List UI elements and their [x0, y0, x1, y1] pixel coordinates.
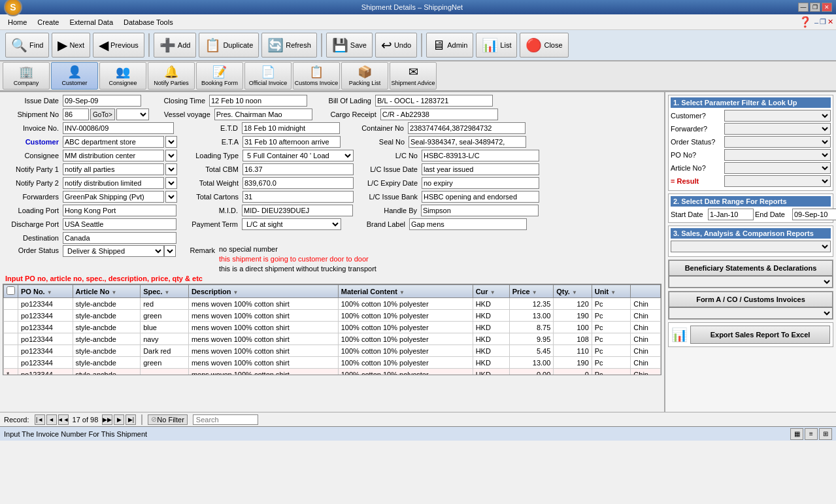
add-button[interactable]: ➕ Add — [154, 33, 197, 58]
menu-external-data[interactable]: External Data — [64, 17, 118, 27]
lc-no-input[interactable] — [422, 150, 539, 161]
issue-date-input[interactable] — [63, 95, 141, 107]
consignee-input[interactable] — [63, 150, 164, 161]
notify2-input[interactable] — [63, 177, 164, 189]
col-qty[interactable]: Qty. ▼ — [554, 285, 592, 298]
view-icon-2[interactable]: ≡ — [805, 428, 818, 440]
table-row[interactable]: po123344 style-ancbde green mens woven 1… — [4, 357, 661, 369]
close-button[interactable]: ✕ — [822, 3, 832, 12]
table-row[interactable]: po123344 style-ancbde Dark red mens wove… — [4, 345, 661, 357]
mid-input[interactable] — [242, 205, 353, 216]
shipment-no-input[interactable] — [63, 109, 89, 120]
vessel-voyage-input[interactable] — [214, 109, 312, 120]
lc-expiry-input[interactable] — [422, 177, 539, 189]
minimize-button[interactable]: — — [798, 3, 809, 12]
search-input[interactable] — [193, 414, 258, 425]
loading-type-select[interactable]: 5 Full Container 40 ' Load — [242, 150, 354, 161]
cargo-receipt-input[interactable] — [380, 109, 498, 120]
nav-prev2-button[interactable]: ◄◄ — [58, 414, 69, 425]
list-button[interactable]: 📊 List — [476, 33, 517, 58]
container-no-input[interactable] — [408, 122, 526, 134]
col-unit[interactable]: Unit ▼ — [592, 285, 631, 298]
col-po-no[interactable]: PO No. ▼ — [18, 285, 73, 298]
save-button[interactable]: 💾 Save — [326, 33, 373, 58]
menu-home[interactable]: Home — [3, 17, 32, 27]
select-all-checkbox[interactable] — [7, 286, 15, 295]
view-icon-1[interactable]: ▦ — [790, 428, 803, 440]
undo-button[interactable]: ↩ Undo — [375, 33, 417, 58]
col-description[interactable]: Description ▼ — [188, 285, 338, 298]
table-row[interactable]: po123344 style-ancbde blue mens woven 10… — [4, 322, 661, 333]
payment-term-select[interactable]: L/C at sight — [242, 218, 341, 230]
po-no-filter-select[interactable] — [724, 149, 831, 161]
menu-create[interactable]: Create — [32, 17, 64, 27]
tab-shipment-advice[interactable]: ✉ Shipment Advice — [390, 62, 437, 90]
tab-official-invoice[interactable]: 📄 Official Invoice — [244, 62, 292, 90]
handle-by-input[interactable] — [421, 205, 539, 216]
col-extra[interactable] — [631, 285, 661, 298]
total-cbm-input[interactable] — [242, 163, 354, 175]
no-filter-button[interactable]: ⊘ No Filter — [148, 414, 188, 425]
restore-button[interactable]: ❐ — [810, 3, 820, 12]
nav-prev-button[interactable]: ◄ — [46, 414, 57, 425]
help-icon[interactable]: ❓ — [799, 16, 812, 28]
window-min-icon[interactable]: – — [814, 18, 818, 26]
col-price[interactable]: Price ▼ — [509, 285, 554, 298]
nav-last-button[interactable]: ▶| — [125, 414, 136, 425]
eta-input[interactable] — [242, 136, 341, 148]
notify2-select[interactable] — [165, 177, 177, 189]
brand-label-input[interactable] — [409, 218, 527, 230]
start-date-input[interactable] — [708, 209, 754, 220]
total-cartons-input[interactable] — [242, 191, 354, 203]
closing-time-input[interactable] — [209, 95, 307, 107]
duplicate-button[interactable]: 📋 Duplicate — [199, 33, 259, 58]
section3-select[interactable] — [671, 241, 831, 252]
nav-next-button[interactable]: ▶ — [114, 414, 124, 425]
nav-next2-button[interactable]: ▶▶ — [102, 414, 112, 425]
order-status-filter-select[interactable] — [724, 136, 831, 148]
seal-no-input[interactable] — [409, 136, 526, 148]
goto-button[interactable]: GoTo> — [90, 109, 115, 120]
tab-booking[interactable]: 📝 Booking Form — [196, 62, 243, 90]
notify1-input[interactable] — [63, 163, 164, 175]
order-status-select[interactable]: Deliver & Shipped — [63, 245, 164, 257]
discharge-port-input[interactable] — [63, 218, 176, 230]
lc-issue-bank-input[interactable] — [422, 191, 539, 203]
previous-button[interactable]: ◀ Previous — [93, 33, 144, 58]
loading-port-input[interactable] — [63, 205, 176, 216]
forma-button[interactable]: Form A / CO / Customs Invoices — [669, 292, 833, 307]
col-spec[interactable]: Spec. ▼ — [141, 285, 189, 298]
forwarder-filter-select[interactable] — [724, 123, 831, 135]
forwarders-select[interactable] — [165, 191, 177, 203]
end-date-input[interactable] — [792, 209, 836, 220]
tab-customer[interactable]: 👤 Customer — [51, 62, 98, 90]
refresh-button[interactable]: 🔄 Refresh — [261, 33, 317, 58]
table-row[interactable]: po123344 style-ancbde red mens woven 100… — [4, 298, 661, 310]
forwarders-input[interactable] — [63, 191, 164, 203]
lc-issue-date-input[interactable] — [422, 163, 539, 175]
col-check[interactable] — [4, 285, 18, 298]
destination-input[interactable] — [63, 232, 176, 244]
order-status-dropdown[interactable] — [164, 245, 176, 257]
close-button[interactable]: 🔴 Close — [520, 33, 568, 58]
tab-packing-list[interactable]: 📦 Packing List — [341, 62, 388, 90]
customer-filter-select[interactable] — [724, 110, 831, 122]
admin-button[interactable]: 🖥 Admin — [426, 33, 473, 58]
window-close-icon[interactable]: ✕ — [828, 18, 833, 26]
next-button[interactable]: ▶ Next — [52, 33, 90, 58]
consignee-select[interactable] — [165, 150, 177, 161]
benef-button[interactable]: Beneficiary Statements & Declarations — [669, 260, 833, 276]
total-weight-input[interactable] — [242, 177, 354, 189]
forma-select[interactable] — [669, 307, 833, 319]
invoice-no-input[interactable] — [63, 122, 174, 134]
customer-input[interactable] — [63, 136, 164, 148]
benef-select[interactable] — [669, 276, 833, 288]
table-row[interactable]: * po123344 style-ancbde mens woven 100% … — [4, 369, 661, 376]
nav-first-button[interactable]: |◄ — [35, 414, 45, 425]
table-row[interactable]: po123344 style-ancbde green mens woven 1… — [4, 310, 661, 322]
tab-customs-invoice[interactable]: 📋 Customs Invoice — [293, 62, 340, 90]
menu-database-tools[interactable]: Database Tools — [118, 17, 178, 27]
customer-select[interactable] — [165, 136, 177, 148]
col-cur[interactable]: Cur ▼ — [473, 285, 509, 298]
article-no-filter-select[interactable] — [724, 162, 831, 174]
